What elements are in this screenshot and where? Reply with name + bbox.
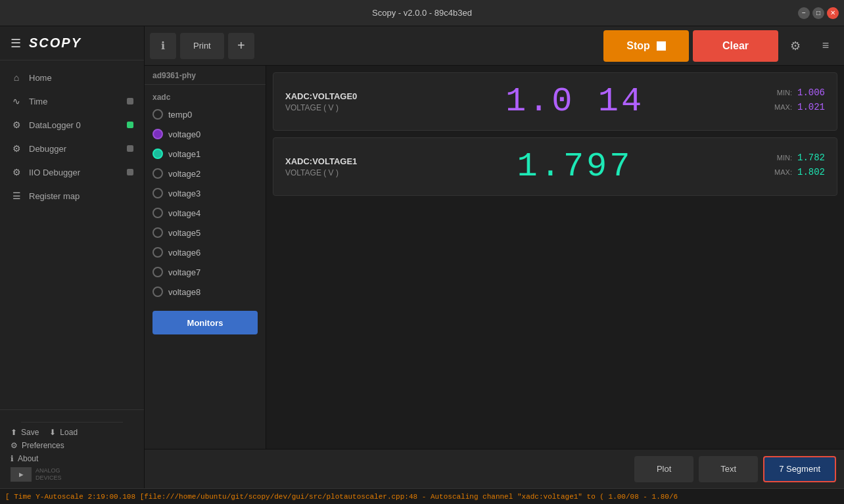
sidebar-item-register-map[interactable]: ☰ Register map — [0, 184, 144, 208]
channel-circle-voltage2 — [152, 168, 163, 179]
time-indicator — [127, 98, 133, 104]
info-button[interactable]: ℹ — [150, 33, 176, 59]
monitors-area: Monitors — [145, 304, 266, 341]
save-label: Save — [21, 428, 39, 437]
load-label: Load — [60, 428, 78, 437]
channel-item-voltage2[interactable]: voltage2 — [145, 164, 266, 183]
sidebar-item-debugger[interactable]: ⚙ Debugger — [0, 137, 144, 160]
more-menu-button[interactable]: ≡ — [812, 33, 839, 59]
monitors-button[interactable]: Monitors — [152, 311, 258, 334]
channel-circle-voltage7 — [152, 267, 163, 277]
channel-panel: ad9361-phy xadc temp0 voltage0 voltage1 — [145, 66, 266, 449]
about-icon: ℹ — [11, 454, 14, 463]
maximize-button[interactable]: □ — [812, 7, 824, 19]
channel-label-voltage4: voltage4 — [168, 208, 200, 218]
channel-item-voltage6[interactable]: voltage6 — [145, 242, 266, 262]
voltage1-card: XADC:VOLTAGE1 VOLTAGE ( V ) 1.797 MIN: 1… — [273, 137, 837, 196]
gear-icon: ⚙ — [790, 39, 801, 53]
voltage0-value: 1.0 14 — [404, 82, 746, 121]
bottom-bar: Plot Text 7 Segment — [145, 449, 844, 488]
sidebar-item-label-home: Home — [29, 73, 133, 83]
stop-square-icon — [657, 41, 666, 51]
hamburger-icon[interactable]: ☰ — [11, 36, 21, 51]
titlebar: Scopy - v2.0.0 - 89c4b3ed − □ ✕ — [0, 0, 844, 26]
channel-item-voltage3[interactable]: voltage3 — [145, 183, 266, 203]
channel-item-voltage1[interactable]: voltage1 — [145, 144, 266, 164]
sidebar: ☰ SCOPY ⌂ Home ∿ Time ⚙ DataLogger 0 ⚙ D… — [0, 26, 145, 488]
sidebar-item-label-register-map: Register map — [29, 191, 133, 201]
sidebar-separator — [21, 422, 123, 423]
channel-circle-voltage1 — [152, 149, 163, 159]
preferences-label: Preferences — [22, 441, 64, 450]
channel-label-voltage5: voltage5 — [168, 228, 200, 238]
add-button[interactable]: + — [228, 33, 254, 59]
seven-segment-button[interactable]: 7 Segment — [763, 456, 836, 482]
analog-logo-box: ▶ — [11, 467, 32, 482]
preferences-button[interactable]: ⚙ Preferences — [11, 441, 133, 450]
text-button[interactable]: Text — [699, 456, 758, 482]
channel-separator-1 — [145, 84, 266, 85]
panel-area: ad9361-phy xadc temp0 voltage0 voltage1 — [145, 66, 844, 449]
toolbar: ℹ Print + Stop Clear ⚙ ≡ — [145, 26, 844, 66]
about-label: About — [18, 454, 38, 463]
menu-icon: ≡ — [822, 39, 830, 53]
channel-item-voltage0[interactable]: voltage0 — [145, 124, 266, 144]
channel-circle-voltage4 — [152, 208, 163, 218]
save-button[interactable]: ⬆ Save — [11, 428, 39, 437]
voltage1-max-value: 1.802 — [797, 167, 825, 177]
voltage0-min-value: 1.006 — [797, 87, 825, 98]
voltage1-min-value: 1.782 — [797, 152, 825, 163]
sidebar-footer-row-save-load: ⬆ Save ⬇ Load — [11, 428, 133, 437]
display-area: XADC:VOLTAGE0 VOLTAGE ( V ) 1.0 14 MIN: … — [266, 66, 844, 449]
channel-circle-voltage0 — [152, 129, 163, 139]
sidebar-item-iio-debugger[interactable]: ⚙ IIO Debugger — [0, 160, 144, 184]
iio-debugger-icon: ⚙ — [11, 167, 22, 177]
load-icon: ⬇ — [49, 428, 56, 437]
home-icon: ⌂ — [11, 72, 22, 83]
sidebar-header: ☰ SCOPY — [0, 26, 144, 60]
close-button[interactable]: ✕ — [827, 7, 839, 19]
channel-label-voltage8: voltage8 — [168, 287, 200, 297]
sidebar-item-home[interactable]: ⌂ Home — [0, 66, 144, 89]
voltage1-max-row: MAX: 1.802 — [746, 167, 825, 177]
print-button[interactable]: Print — [180, 33, 224, 59]
minimize-button[interactable]: − — [798, 7, 810, 19]
channel-item-voltage4[interactable]: voltage4 — [145, 203, 266, 223]
channel-circle-voltage8 — [152, 286, 163, 297]
datalogger-icon: ⚙ — [11, 120, 22, 130]
voltage0-stats: MIN: 1.006 MAX: 1.021 — [746, 87, 825, 116]
stop-button[interactable]: Stop — [603, 30, 689, 62]
clear-button[interactable]: Clear — [693, 30, 778, 62]
channel-item-voltage8[interactable]: voltage8 — [145, 282, 266, 302]
preferences-icon: ⚙ — [11, 441, 18, 450]
voltage1-name: XADC:VOLTAGE1 — [285, 156, 404, 166]
datalogger-indicator — [127, 122, 133, 128]
settings-button[interactable]: ⚙ — [782, 33, 809, 59]
channel-item-voltage7[interactable]: voltage7 — [145, 262, 266, 282]
about-button[interactable]: ℹ About — [11, 454, 133, 463]
scopy-logo: SCOPY — [29, 35, 82, 51]
voltage0-unit: VOLTAGE ( V ) — [285, 103, 404, 112]
sidebar-footer: ⬆ Save ⬇ Load ⚙ Preferences ℹ About ▶ AN… — [0, 409, 144, 488]
analog-devices-logo: ▶ ANALOGDEVICES — [11, 467, 133, 482]
voltage0-min-label: MIN: — [777, 89, 792, 97]
voltage0-card-info: XADC:VOLTAGE0 VOLTAGE ( V ) — [285, 91, 404, 112]
save-icon: ⬆ — [11, 428, 17, 437]
sidebar-item-label-debugger: Debugger — [29, 144, 120, 154]
channel-item-voltage5[interactable]: voltage5 — [145, 223, 266, 242]
voltage0-name: XADC:VOLTAGE0 — [285, 91, 404, 101]
load-button[interactable]: ⬇ Load — [49, 428, 78, 437]
sidebar-item-datalogger[interactable]: ⚙ DataLogger 0 — [0, 113, 144, 137]
channel-circle-voltage6 — [152, 247, 163, 258]
sidebar-nav: ⌂ Home ∿ Time ⚙ DataLogger 0 ⚙ Debugger … — [0, 60, 144, 409]
titlebar-controls: − □ ✕ — [798, 7, 839, 19]
stop-label: Stop — [626, 40, 650, 52]
voltage0-min-row: MIN: 1.006 — [746, 87, 825, 98]
channel-item-temp0[interactable]: temp0 — [145, 104, 266, 124]
plot-button[interactable]: Plot — [634, 456, 693, 482]
register-map-icon: ☰ — [11, 191, 22, 201]
sidebar-item-time[interactable]: ∿ Time — [0, 89, 144, 113]
analog-logo-text: ANALOGDEVICES — [35, 467, 62, 482]
voltage0-max-row: MAX: 1.021 — [746, 102, 825, 112]
channel-label-voltage3: voltage3 — [168, 189, 200, 198]
